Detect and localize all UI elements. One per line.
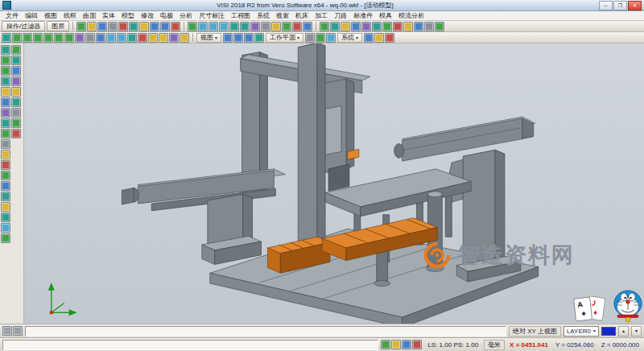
pocket-icon[interactable]: [11, 129, 21, 138]
rectangle-tool-icon[interactable]: [1, 129, 10, 138]
right-view-icon[interactable]: [33, 33, 43, 43]
menu-item[interactable]: 工程图: [228, 11, 254, 20]
plane-iso-icon[interactable]: [254, 33, 264, 43]
menu-item[interactable]: 分析: [176, 11, 196, 20]
menu-item[interactable]: 刀路: [331, 11, 350, 20]
section-icon[interactable]: [138, 33, 147, 43]
view-reference-readout[interactable]: 绝对 XY 上视图: [509, 326, 561, 337]
front-view-icon[interactable]: [23, 33, 32, 43]
rib-icon[interactable]: [11, 108, 21, 118]
arc-icon[interactable]: [341, 22, 350, 31]
prompt-area[interactable]: [2, 340, 378, 350]
line-tool-icon[interactable]: [1, 66, 10, 76]
database-icon[interactable]: [316, 33, 325, 43]
calculator-icon[interactable]: [180, 33, 189, 43]
save-icon[interactable]: [97, 22, 107, 31]
maximize-button[interactable]: ❐: [613, 1, 627, 10]
bottom-view-icon[interactable]: [64, 33, 74, 43]
group-view-dropdown[interactable]: 视图▾: [196, 33, 221, 43]
viewport-3d[interactable]: 智造资料网 J ♦ A ♠: [24, 43, 644, 324]
exit-icon[interactable]: [385, 33, 394, 43]
menu-item[interactable]: 加工: [312, 11, 331, 20]
mirror-tool-icon[interactable]: [1, 192, 10, 201]
grid-icon[interactable]: [282, 22, 291, 31]
wireframe-icon[interactable]: [261, 22, 270, 31]
cad-model[interactable]: [24, 43, 644, 324]
rotate-tool-icon[interactable]: [1, 213, 10, 222]
group-workplane-dropdown[interactable]: 工作平面▾: [266, 33, 303, 43]
minimize-button[interactable]: ─: [599, 1, 613, 10]
select-icon[interactable]: [188, 22, 197, 31]
tab-operations-filter[interactable]: 操作/过滤器: [2, 21, 45, 31]
hidden-line-icon[interactable]: [85, 33, 95, 43]
prev-step-icon[interactable]: [2, 326, 12, 336]
spline-tool-icon[interactable]: [1, 118, 10, 128]
extrude-icon[interactable]: [11, 45, 21, 55]
sys-config-icon[interactable]: [305, 33, 315, 43]
snap-mid-icon[interactable]: [391, 340, 401, 349]
line-icon[interactable]: [330, 22, 340, 31]
circle-tool-icon[interactable]: [1, 97, 10, 107]
close-button[interactable]: ✕: [628, 1, 642, 10]
menu-item[interactable]: 电极: [157, 11, 176, 20]
next-step-icon[interactable]: [13, 326, 23, 336]
wcs-icon[interactable]: [148, 33, 158, 43]
menu-item[interactable]: 模具: [376, 11, 395, 20]
text-tool-icon[interactable]: [1, 139, 10, 149]
help-icon[interactable]: [364, 33, 374, 43]
circle-icon[interactable]: [351, 22, 361, 31]
lights-icon[interactable]: [159, 33, 168, 43]
menu-item[interactable]: 机床: [292, 11, 312, 20]
menu-item[interactable]: 实体: [99, 11, 118, 20]
loft-icon[interactable]: [11, 76, 21, 86]
refresh-icon[interactable]: [127, 33, 137, 43]
scale-tool-icon[interactable]: [1, 223, 10, 233]
solid-icon[interactable]: [382, 22, 392, 31]
menu-item[interactable]: 视图: [41, 11, 60, 20]
spin-down-button[interactable]: ▾: [631, 326, 642, 337]
print-icon[interactable]: [108, 22, 118, 31]
zoom-all-icon[interactable]: [117, 33, 126, 43]
snap-end-icon[interactable]: [381, 340, 390, 349]
surface-icon[interactable]: [372, 22, 382, 31]
draft-icon[interactable]: [11, 97, 21, 107]
shaded-icon[interactable]: [250, 22, 260, 31]
revolve-icon[interactable]: [11, 56, 21, 65]
render-icon[interactable]: [169, 33, 179, 43]
sweep-icon[interactable]: [11, 66, 21, 76]
layer-select[interactable]: LAYER0 ▾: [564, 326, 599, 337]
copy-icon[interactable]: [129, 22, 138, 31]
zoom-out-icon[interactable]: [208, 22, 218, 31]
active-color-swatch[interactable]: [601, 327, 616, 336]
menu-item[interactable]: 尺寸标注: [196, 11, 228, 20]
zoom-window-icon[interactable]: [106, 33, 116, 43]
zoom-in-icon[interactable]: [198, 22, 208, 31]
menu-item[interactable]: 曲面: [80, 11, 99, 20]
iso-view-icon[interactable]: [2, 33, 11, 43]
menu-item[interactable]: 系统: [254, 11, 273, 20]
ellipse-tool-icon[interactable]: [1, 108, 10, 118]
select-tool-icon[interactable]: [1, 45, 10, 55]
zoom-fit-icon[interactable]: [219, 22, 229, 31]
tab-layers[interactable]: 图层: [47, 21, 69, 31]
notes-icon[interactable]: [374, 33, 384, 43]
boss-icon[interactable]: [11, 118, 21, 128]
menu-item[interactable]: 编辑: [22, 11, 41, 20]
spin-up-button[interactable]: ▴: [618, 326, 629, 337]
back-view-icon[interactable]: [54, 33, 64, 43]
menu-item[interactable]: 标准件: [350, 11, 376, 20]
move-tool-icon[interactable]: [1, 202, 10, 212]
point-icon[interactable]: [320, 22, 329, 31]
chamfer-icon[interactable]: [414, 22, 423, 31]
boolean-icon[interactable]: [393, 22, 402, 31]
command-input[interactable]: [25, 326, 506, 337]
pan-icon[interactable]: [229, 22, 239, 31]
menu-item[interactable]: 模型: [118, 11, 138, 20]
trim-tool-icon[interactable]: [1, 160, 10, 170]
left-view-icon[interactable]: [43, 33, 53, 43]
new-icon[interactable]: [76, 22, 86, 31]
open-icon[interactable]: [87, 22, 97, 31]
polyline-tool-icon[interactable]: [1, 76, 10, 86]
measure-icon[interactable]: [303, 22, 312, 31]
plane-yz-icon[interactable]: [244, 33, 254, 43]
